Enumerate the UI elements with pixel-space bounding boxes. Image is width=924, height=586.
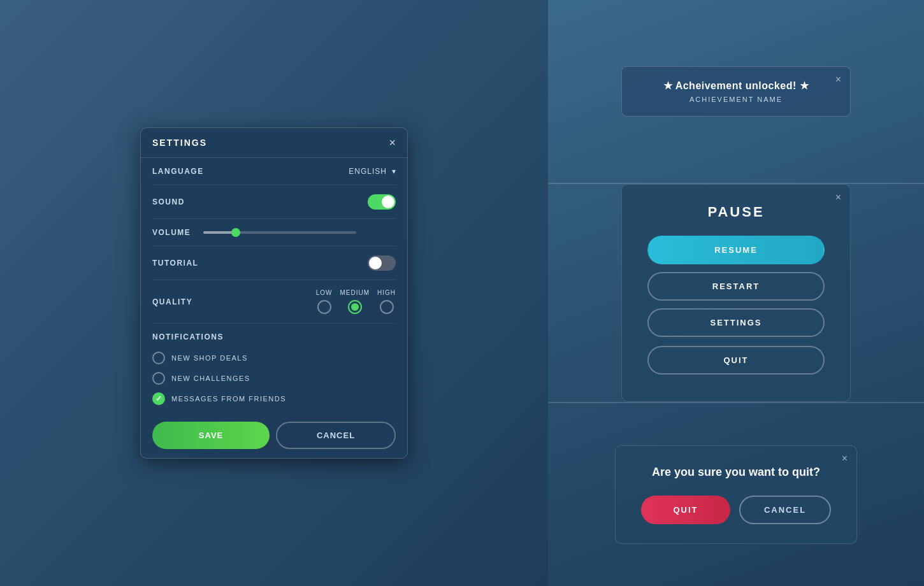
volume-slider-fill (203, 231, 234, 234)
tutorial-label: TUTORIAL (152, 259, 198, 268)
cancel-button[interactable]: CANCEL (276, 422, 396, 449)
restart-button[interactable]: RESTART (647, 272, 825, 301)
notification-friends-row: ✓ MESSAGES FROM FRIENDS (152, 389, 396, 409)
notification-challenges-row: NEW CHALLENGES (152, 368, 396, 389)
notifications-section: NOTIFICATIONS NEW SHOP DEALS NEW CHALLEN… (152, 324, 396, 413)
notification-friends-label: MESSAGES FROM FRIENDS (171, 395, 286, 403)
quit-buttons: QUIT CANCEL (641, 496, 831, 524)
save-button[interactable]: SAVE (152, 422, 270, 449)
language-row: LANGUAGE ENGLISH ▾ (152, 158, 396, 185)
notification-shop-checkbox[interactable] (152, 352, 165, 364)
language-select[interactable]: ENGLISH ▾ (349, 167, 396, 176)
checkmark-icon: ✓ (155, 394, 162, 403)
quality-medium-radio-inner (351, 303, 359, 311)
notification-challenges-checkbox[interactable] (152, 372, 165, 385)
language-value: ENGLISH (349, 167, 387, 176)
notification-challenges-label: NEW CHALLENGES (171, 375, 250, 382)
pause-dialog: × PAUSE RESUME RESTART SETTINGS QUIT (621, 184, 851, 402)
achievement-name: ACHIEVEMENT NAME (641, 96, 831, 103)
right-panel: × ★ Acheivement unlocked! ★ ACHIEVEMENT … (548, 0, 924, 586)
notification-shop-label: NEW SHOP DEALS (171, 354, 248, 362)
quality-label: QUALITY (152, 297, 192, 306)
volume-slider-container (203, 231, 396, 234)
quality-low-radio[interactable] (317, 300, 331, 314)
volume-slider-track[interactable] (203, 231, 356, 234)
quality-options: LOW MEDIUM HIGH (316, 289, 396, 314)
achievement-title: ★ Acheivement unlocked! ★ (641, 80, 831, 92)
settings-title: SETTINGS (152, 138, 207, 148)
achievement-section: × ★ Acheivement unlocked! ★ ACHIEVEMENT … (548, 0, 924, 184)
volume-row: VOLUME (152, 219, 396, 247)
resume-button[interactable]: RESUME (647, 236, 825, 264)
quality-option-low: LOW (316, 289, 333, 314)
sound-toggle[interactable] (368, 194, 396, 210)
pause-section: × PAUSE RESUME RESTART SETTINGS QUIT (548, 184, 924, 403)
settings-close-button[interactable]: × (389, 137, 396, 148)
pause-title: PAUSE (647, 204, 825, 220)
quit-confirm-dialog: × Are you sure you want to quit? QUIT CA… (615, 445, 857, 543)
quit-question: Are you sure you want to quit? (641, 465, 831, 480)
quit-confirm-button[interactable]: QUIT (641, 496, 730, 524)
settings-body: LANGUAGE ENGLISH ▾ SOUND VOLUME (141, 158, 407, 413)
quit-button[interactable]: QUIT (647, 346, 825, 375)
achievement-box: × ★ Acheivement unlocked! ★ ACHIEVEMENT … (621, 66, 851, 117)
quit-close-button[interactable]: × (842, 454, 848, 464)
chevron-down-icon: ▾ (392, 167, 396, 176)
settings-footer: SAVE CANCEL (141, 413, 407, 458)
volume-label: VOLUME (152, 228, 191, 237)
sound-label: SOUND (152, 197, 185, 206)
settings-dialog: SETTINGS × LANGUAGE ENGLISH ▾ SOUND (140, 127, 408, 459)
sound-row: SOUND (152, 185, 396, 219)
notifications-title: NOTIFICATIONS (152, 332, 396, 341)
settings-header: SETTINGS × (141, 128, 407, 158)
quit-cancel-button[interactable]: CANCEL (739, 496, 831, 524)
quality-option-high: HIGH (377, 289, 396, 314)
quality-low-label: LOW (316, 289, 333, 296)
quality-medium-radio[interactable] (348, 300, 362, 314)
pause-close-button[interactable]: × (835, 192, 841, 203)
quit-confirm-section: × Are you sure you want to quit? QUIT CA… (548, 403, 924, 586)
quality-medium-label: MEDIUM (340, 289, 370, 296)
achievement-close-button[interactable]: × (835, 75, 841, 85)
tutorial-row: TUTORIAL (152, 247, 396, 280)
notification-shop-row: NEW SHOP DEALS (152, 348, 396, 368)
notification-friends-checkbox[interactable]: ✓ (152, 392, 165, 405)
tutorial-toggle[interactable] (368, 255, 396, 271)
language-label: LANGUAGE (152, 167, 204, 176)
sound-toggle-thumb (382, 196, 394, 208)
quality-option-medium: MEDIUM (340, 289, 370, 314)
pause-settings-button[interactable]: SETTINGS (647, 308, 825, 337)
quality-high-label: HIGH (377, 289, 396, 296)
volume-slider-thumb[interactable] (231, 228, 240, 237)
quality-row: QUALITY LOW MEDIUM HIGH (152, 280, 396, 324)
tutorial-toggle-thumb (369, 257, 382, 269)
quality-high-radio[interactable] (380, 300, 394, 314)
left-panel: SETTINGS × LANGUAGE ENGLISH ▾ SOUND (0, 0, 548, 586)
